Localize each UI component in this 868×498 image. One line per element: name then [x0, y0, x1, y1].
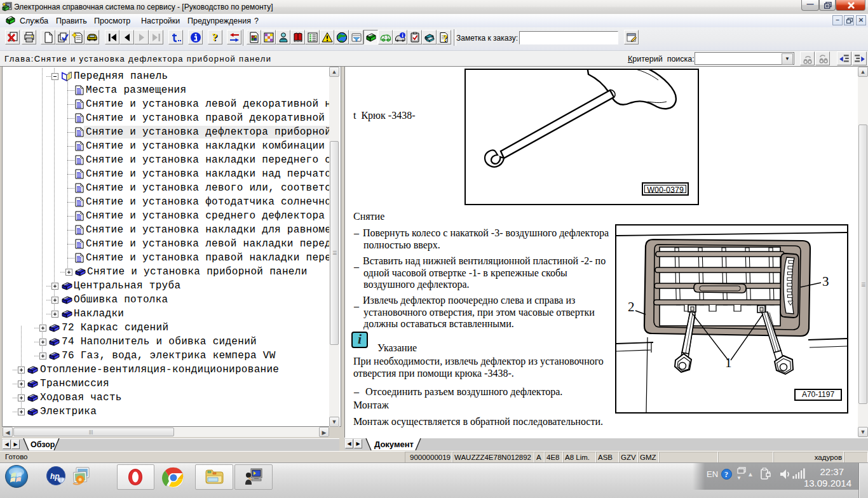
svg-text:?: ? [724, 470, 728, 479]
svg-text:Документ: Документ [374, 440, 414, 449]
svg-text:Обзор: Обзор [31, 440, 55, 449]
svg-text:?: ? [212, 32, 218, 43]
svg-text:?: ? [443, 34, 447, 43]
